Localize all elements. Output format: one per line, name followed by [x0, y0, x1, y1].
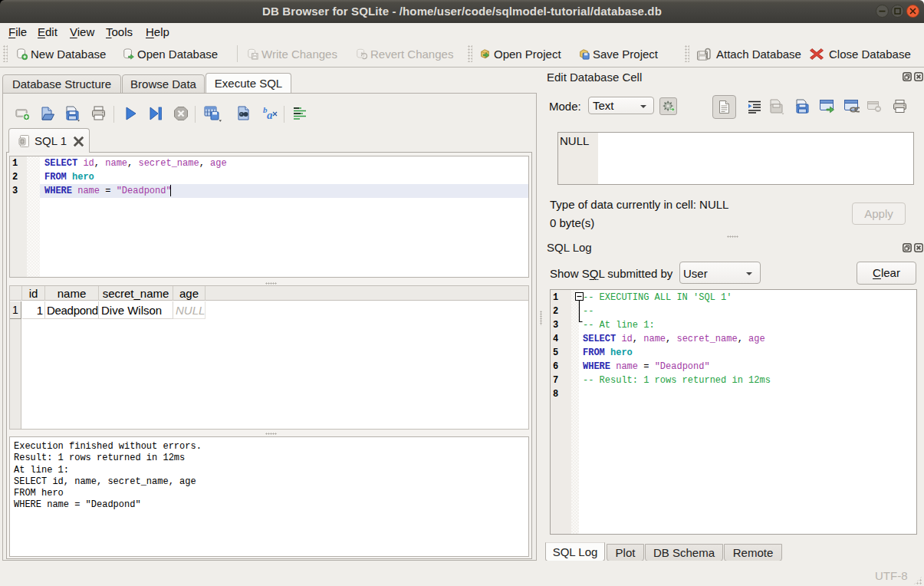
svg-text:a: a	[267, 109, 273, 121]
